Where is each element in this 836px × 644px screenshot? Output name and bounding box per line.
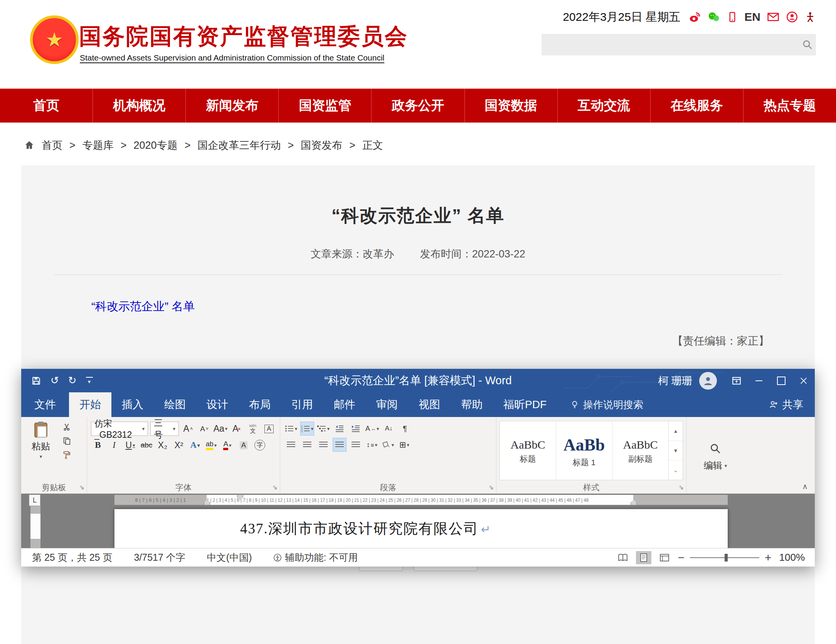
italic-button[interactable]: I [107,438,121,452]
show-marks-icon[interactable]: ¶ [398,422,412,435]
read-mode-icon[interactable] [615,551,631,564]
align-right-icon[interactable] [316,438,330,452]
shrink-font-icon[interactable]: A˅ [197,422,211,436]
mobile-icon[interactable] [727,11,738,23]
zoom-slider-thumb[interactable] [725,554,728,562]
undo-icon[interactable]: ↺ [50,375,59,387]
web-layout-icon[interactable] [657,551,672,564]
align-left-icon[interactable] [284,438,298,452]
styles-dialog-launcher-icon[interactable]: ⇘ [679,484,684,491]
numbering-icon[interactable]: 123▾ [300,422,314,435]
share-button[interactable]: 共享 [769,392,815,417]
copy-icon[interactable] [60,435,74,447]
text-effects-icon[interactable]: A▾ [188,438,202,452]
asian-layout-icon[interactable]: A↔▾ [365,422,380,435]
accessibility-icon[interactable] [804,11,816,23]
document-text-line[interactable]: 437.深圳市市政设计研究院有限公司↵ [114,509,728,538]
horizontal-ruler[interactable]: 8 | 7 | 6 | 5 | 4 | 3 | 2 | 1 1 | 2 | 3 … [114,495,728,505]
font-name-combo[interactable]: 仿宋_GB2312▾ [91,422,148,436]
clipboard-dialog-launcher-icon[interactable]: ⇘ [79,484,84,491]
customize-toolbar-icon[interactable]: ▾ [86,377,93,385]
account-name[interactable]: 柯 珊珊 [658,374,692,388]
vertical-ruler[interactable] [30,506,40,548]
breadcrumb-home[interactable]: 首页 [42,138,62,152]
font-size-combo[interactable]: 三号▾ [150,422,179,436]
language-indicator[interactable]: 中文(中国) [207,551,252,564]
redo-icon[interactable]: ↻ [68,375,77,387]
tab-draw[interactable]: 绘图 [154,392,196,417]
zoom-in-icon[interactable]: + [765,552,772,563]
zoom-percentage[interactable]: 100% [779,552,805,563]
mail-icon[interactable] [767,11,780,23]
tab-references[interactable]: 引用 [281,392,323,417]
breadcrumb-topic-lib[interactable]: 专题库 [82,138,114,152]
character-border-icon[interactable]: A [262,422,276,436]
nav-item-data[interactable]: 国资数据 [465,89,558,123]
nav-item-news[interactable]: 新闻发布 [186,89,279,123]
paragraph-dialog-launcher-icon[interactable]: ⇘ [489,484,494,491]
word-count[interactable]: 3/7517 个字 [134,551,185,564]
tab-view[interactable]: 视图 [408,392,451,417]
shading-icon[interactable]: ▾ [381,438,395,452]
style-heading[interactable]: AaBbC 标题 [500,421,556,480]
tab-foxit-pdf[interactable]: 福昕PDF [493,392,557,417]
search-icon[interactable] [799,39,816,50]
search-input[interactable] [542,34,799,55]
nav-item-home[interactable]: 首页 [0,89,93,123]
decrease-indent-icon[interactable] [333,422,347,435]
bullets-icon[interactable]: ▾ [284,422,298,435]
sort-icon[interactable]: A↓ [382,422,396,435]
paste-dropdown-icon[interactable]: ▾ [40,454,42,459]
word-titlebar[interactable]: ↺ ↻ ▾ “科改示范企业”名单 [兼容模式] - Word 柯 珊珊 [21,369,815,392]
enclose-characters-icon[interactable]: 字 [253,438,267,452]
tab-insert[interactable]: 插入 [111,392,154,417]
collapse-ribbon-icon[interactable]: ∧ [802,482,808,491]
phonetic-guide-icon[interactable]: wén文 [246,422,260,436]
font-color-icon[interactable]: A▾ [220,438,234,452]
tab-help[interactable]: 帮助 [451,392,493,417]
highlight-color-icon[interactable]: ab▾ [204,438,218,452]
nav-item-services[interactable]: 在线服务 [651,89,743,123]
contact-icon[interactable] [786,11,798,23]
minimize-button[interactable] [748,369,770,392]
style-subtitle[interactable]: AaBbC 副标题 [612,421,668,480]
breadcrumb-reform-action[interactable]: 国企改革三年行动 [197,138,281,152]
tell-me-search[interactable]: 操作说明搜索 [570,392,643,417]
line-spacing-icon[interactable]: ↕≡▾ [365,438,379,452]
tab-review[interactable]: 审阅 [366,392,408,417]
tab-file[interactable]: 文件 [21,392,69,417]
underline-button[interactable]: U▾ [123,438,137,452]
ribbon-display-options-icon[interactable] [725,369,748,392]
zoom-out-icon[interactable]: − [678,552,685,563]
tab-stop-selector[interactable]: L [29,494,40,506]
cut-icon[interactable] [60,421,74,433]
page-indicator[interactable]: 第 25 页，共 25 页 [32,551,112,564]
style-heading-1[interactable]: AaBb 标题 1 [556,421,612,480]
breadcrumb-2020-topics[interactable]: 2020专题 [134,138,178,152]
maximize-button[interactable] [770,369,792,392]
style-gallery-more-icon[interactable]: ⌄ [669,461,683,480]
grow-font-icon[interactable]: A˄ [181,422,195,436]
print-layout-icon[interactable] [636,551,651,564]
breadcrumb-release[interactable]: 国资发布 [301,138,342,152]
paste-button[interactable]: 粘贴 ▾ [25,421,57,482]
attachment-link[interactable]: “科改示范企业” 名单 [91,299,195,314]
home-icon[interactable] [24,140,35,151]
justify-icon[interactable] [333,438,347,452]
borders-icon[interactable]: ⊞▾ [397,438,411,452]
tab-mailings[interactable]: 邮件 [323,392,366,417]
character-shading-icon[interactable]: A [237,438,251,452]
edit-button[interactable]: 编辑▾ [704,459,727,472]
accessibility-status[interactable]: 辅助功能: 不可用 [273,551,358,564]
nav-item-interaction[interactable]: 互动交流 [558,89,651,123]
tab-layout[interactable]: 布局 [239,392,281,417]
english-link[interactable]: EN [744,10,760,24]
find-icon[interactable] [709,442,722,456]
align-center-icon[interactable] [300,438,314,452]
zoom-slider[interactable] [690,557,759,558]
bold-button[interactable]: B [91,438,105,452]
close-button[interactable] [792,369,815,392]
style-scroll-down-icon[interactable]: ▼ [669,441,683,461]
distribute-icon[interactable] [349,438,363,452]
save-icon[interactable] [31,376,41,386]
